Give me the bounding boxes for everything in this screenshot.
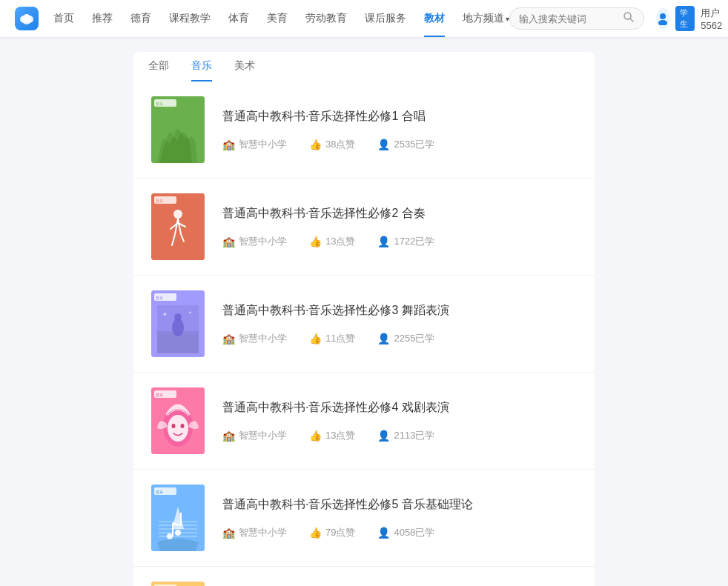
- user-badge: 学生: [675, 6, 695, 31]
- tab-all[interactable]: 全部: [148, 59, 169, 81]
- tab-arts[interactable]: 美术: [234, 59, 255, 81]
- publisher: 智慧中小学: [239, 429, 287, 442]
- book-title[interactable]: 普通高中教科书·音乐选择性必修2 合奏: [222, 206, 577, 222]
- nav-sports[interactable]: 体育: [228, 10, 249, 27]
- publisher: 智慧中小学: [239, 235, 287, 248]
- school-icon: 🏫: [222, 333, 235, 344]
- book-title[interactable]: 普通高中教科书·音乐选择性必修3 舞蹈表演: [222, 303, 577, 319]
- book-cover: 音乐: [151, 582, 205, 586]
- learner-icon: 👤: [377, 333, 390, 344]
- svg-line-5: [630, 19, 633, 21]
- publisher-item: 🏫 智慧中小学: [222, 138, 287, 151]
- book-title[interactable]: 普通高中教科书·音乐选择性必修5 音乐基础理论: [222, 497, 577, 513]
- learners: 2535已学: [394, 138, 434, 151]
- svg-text:音乐: 音乐: [156, 296, 163, 300]
- likes-item: 👍 79点赞: [309, 526, 355, 539]
- tab-music[interactable]: 音乐: [191, 59, 212, 81]
- book-info: 普通高中教科书·音乐选择性必修2 合奏 🏫 智慧中小学 👍 13点赞 👤 172…: [222, 206, 577, 248]
- svg-text:音乐: 音乐: [156, 101, 163, 106]
- publisher-item: 🏫 智慧中小学: [222, 332, 287, 345]
- nav-recommend[interactable]: 推荐: [92, 10, 113, 27]
- svg-point-20: [174, 313, 182, 321]
- learners-item: 👤 1722已学: [377, 235, 434, 248]
- like-icon: 👍: [309, 527, 322, 539]
- publisher: 智慧中小学: [239, 138, 287, 151]
- svg-point-7: [658, 20, 667, 25]
- book-title[interactable]: 普通高中教科书·音乐选择性必修1 合唱: [222, 109, 577, 124]
- svg-point-29: [181, 424, 185, 428]
- chevron-down-icon: ▾: [506, 15, 509, 23]
- school-icon: 🏫: [222, 430, 235, 442]
- list-item[interactable]: 音乐 ✦ ✦ 普通高中教科书·音乐选择性必修3 舞蹈表演 🏫: [133, 276, 595, 373]
- list-item[interactable]: 音乐 普: [133, 470, 595, 567]
- likes-item: 👍 11点赞: [309, 332, 355, 345]
- list-item[interactable]: 音乐 普通高中教科书·音乐选择性必修6 视唱练耳 🏫 智慧中小学: [133, 567, 595, 586]
- likes-item: 👍 38点赞: [309, 138, 355, 151]
- like-icon: 👍: [309, 236, 322, 247]
- svg-text:音乐: 音乐: [156, 490, 163, 494]
- svg-point-33: [167, 533, 173, 539]
- book-list: 音乐 普通高中教科书·音乐选择性必修1 合唱 🏫 智慧中小学 👍 38点赞: [133, 81, 595, 586]
- learners: 4058已学: [394, 526, 434, 539]
- publisher-item: 🏫 智慧中小学: [222, 526, 287, 539]
- likes-item: 👍 13点赞: [309, 235, 355, 248]
- learner-icon: 👤: [377, 236, 390, 247]
- nav-labor[interactable]: 劳动教育: [305, 10, 347, 27]
- likes: 79点赞: [325, 526, 355, 539]
- learner-icon: 👤: [377, 139, 390, 150]
- like-icon: 👍: [309, 139, 322, 150]
- list-item[interactable]: 音乐 普通高中教科书·音乐选择性必修1 合唱 🏫 智慧中小学 👍 38点赞: [133, 81, 595, 179]
- list-item[interactable]: 音乐 普通高中教科书·音乐选择性必修2 合奏 🏫 智慧中小学: [133, 179, 595, 276]
- publisher: 智慧中小学: [239, 526, 287, 539]
- like-icon: 👍: [309, 430, 322, 442]
- learner-icon: 👤: [377, 430, 390, 442]
- book-cover: 音乐: [151, 96, 205, 163]
- user-area: 学生 用户5562: [656, 6, 727, 31]
- book-meta: 🏫 智慧中小学 👍 11点赞 👤 2255已学: [222, 332, 577, 345]
- svg-point-6: [660, 13, 666, 19]
- book-cover: 音乐 ✦ ✦: [151, 290, 205, 357]
- likes: 13点赞: [325, 235, 355, 248]
- header: 首页 推荐 德育 课程教学 体育 美育 劳动教育 课后服务 教材 地方频道 ▾ …: [0, 0, 728, 37]
- nav-after-school[interactable]: 课后服务: [365, 10, 406, 27]
- nav-moral[interactable]: 德育: [130, 10, 151, 27]
- search-button[interactable]: [623, 11, 635, 26]
- nav-textbook[interactable]: 教材: [424, 10, 445, 27]
- search-bar: [509, 7, 644, 30]
- like-icon: 👍: [309, 333, 322, 344]
- nav-arts[interactable]: 美育: [267, 10, 288, 27]
- book-meta: 🏫 智慧中小学 👍 13点赞 👤 1722已学: [222, 235, 577, 248]
- logo[interactable]: [15, 7, 39, 30]
- book-meta: 🏫 智慧中小学 👍 79点赞 👤 4058已学: [222, 526, 577, 539]
- book-info: 普通高中教科书·音乐选择性必修3 舞蹈表演 🏫 智慧中小学 👍 11点赞 👤 2…: [222, 303, 577, 345]
- learner-icon: 👤: [377, 527, 390, 539]
- svg-point-28: [172, 424, 176, 428]
- learners: 2113已学: [394, 429, 434, 442]
- learners-item: 👤 4058已学: [377, 526, 434, 539]
- learners-item: 👤 2113已学: [377, 429, 434, 442]
- school-icon: 🏫: [222, 527, 235, 539]
- book-meta: 🏫 智慧中小学 👍 13点赞 👤 2113已学: [222, 429, 577, 442]
- main-content: 全部 音乐 美术 音乐 普通高中教科书·音乐选择性必修1 合唱: [0, 37, 728, 586]
- book-cover: 音乐: [151, 485, 205, 551]
- svg-point-27: [168, 415, 188, 442]
- svg-point-14: [173, 210, 182, 219]
- publisher-item: 🏫 智慧中小学: [222, 235, 287, 248]
- school-icon: 🏫: [222, 139, 235, 150]
- nav-course[interactable]: 课程教学: [169, 10, 211, 27]
- nav-local[interactable]: 地方频道 ▾: [463, 10, 509, 27]
- likes: 38点赞: [325, 138, 355, 151]
- learners-item: 👤 2535已学: [377, 138, 434, 151]
- svg-point-37: [175, 530, 181, 536]
- book-title[interactable]: 普通高中教科书·音乐选择性必修4 戏剧表演: [222, 400, 577, 416]
- search-input[interactable]: [519, 13, 623, 24]
- school-icon: 🏫: [222, 236, 235, 247]
- learners-item: 👤 2255已学: [377, 332, 434, 345]
- likes-item: 👍 13点赞: [309, 429, 355, 442]
- list-item[interactable]: 音乐 普通高中教科书·音乐选择性必修4 戏剧表演: [133, 373, 595, 470]
- book-info: 普通高中教科书·音乐选择性必修5 音乐基础理论 🏫 智慧中小学 👍 79点赞 👤…: [222, 497, 577, 539]
- svg-text:音乐: 音乐: [156, 199, 163, 203]
- book-info: 普通高中教科书·音乐选择性必修4 戏剧表演 🏫 智慧中小学 👍 13点赞 👤 2…: [222, 400, 577, 442]
- publisher: 智慧中小学: [239, 332, 287, 345]
- nav-home[interactable]: 首页: [53, 10, 74, 27]
